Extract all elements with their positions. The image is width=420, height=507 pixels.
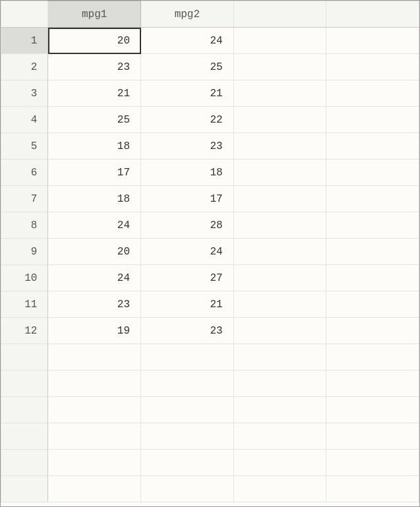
data-cell[interactable]: 20 (48, 28, 141, 54)
row-header[interactable]: 5 (1, 133, 48, 160)
column-header-mpg2[interactable]: mpg2 (141, 1, 234, 28)
data-cell[interactable]: 18 (48, 186, 141, 212)
data-cell[interactable]: 20 (48, 239, 141, 265)
row-header[interactable]: 7 (1, 186, 48, 212)
table-row: 42522 (1, 107, 419, 133)
empty-cell[interactable] (233, 160, 326, 186)
table-row-empty (1, 397, 419, 423)
empty-cell[interactable] (233, 265, 326, 291)
data-cell[interactable]: 28 (141, 212, 234, 239)
empty-cell[interactable] (326, 476, 419, 502)
empty-cell[interactable] (48, 371, 141, 397)
empty-cell[interactable] (141, 476, 234, 502)
empty-cell[interactable] (326, 423, 419, 450)
empty-cell[interactable] (326, 344, 419, 371)
data-cell[interactable]: 21 (141, 80, 234, 107)
data-cell[interactable]: 24 (141, 239, 234, 265)
row-header-empty[interactable] (1, 397, 48, 423)
data-cell[interactable]: 21 (141, 291, 234, 318)
data-cell[interactable]: 24 (141, 28, 234, 54)
table-row: 92024 (1, 239, 419, 265)
corner-cell[interactable] (1, 1, 48, 28)
empty-cell[interactable] (326, 160, 419, 186)
data-cell[interactable]: 18 (48, 133, 141, 160)
empty-cell[interactable] (233, 371, 326, 397)
data-cell[interactable]: 24 (48, 212, 141, 239)
empty-cell[interactable] (233, 318, 326, 344)
data-cell[interactable]: 18 (141, 160, 234, 186)
empty-cell[interactable] (233, 80, 326, 107)
data-cell[interactable]: 19 (48, 318, 141, 344)
empty-cell[interactable] (326, 133, 419, 160)
empty-cell[interactable] (326, 239, 419, 265)
empty-cell[interactable] (48, 450, 141, 476)
column-header-empty[interactable] (233, 1, 326, 28)
empty-cell[interactable] (326, 107, 419, 133)
row-header[interactable]: 2 (1, 54, 48, 80)
data-cell[interactable]: 24 (48, 265, 141, 291)
empty-cell[interactable] (233, 291, 326, 318)
row-header-empty[interactable] (1, 450, 48, 476)
empty-cell[interactable] (326, 450, 419, 476)
row-header[interactable]: 10 (1, 265, 48, 291)
empty-cell[interactable] (233, 107, 326, 133)
empty-cell[interactable] (233, 28, 326, 54)
data-cell[interactable]: 21 (48, 80, 141, 107)
row-header[interactable]: 6 (1, 160, 48, 186)
empty-cell[interactable] (141, 450, 234, 476)
empty-cell[interactable] (233, 476, 326, 502)
data-cell[interactable]: 23 (141, 133, 234, 160)
table-row-empty (1, 423, 419, 450)
empty-cell[interactable] (233, 133, 326, 160)
row-header[interactable]: 4 (1, 107, 48, 133)
empty-cell[interactable] (326, 371, 419, 397)
empty-cell[interactable] (233, 397, 326, 423)
row-header[interactable]: 9 (1, 239, 48, 265)
empty-cell[interactable] (326, 397, 419, 423)
empty-cell[interactable] (233, 186, 326, 212)
row-header[interactable]: 12 (1, 318, 48, 344)
data-cell[interactable]: 23 (48, 54, 141, 80)
empty-cell[interactable] (326, 54, 419, 80)
row-header-empty[interactable] (1, 371, 48, 397)
column-header-empty[interactable] (326, 1, 419, 28)
data-grid[interactable]: mpg1 mpg2 120242232532121425225182361718… (1, 1, 419, 506)
empty-cell[interactable] (233, 54, 326, 80)
data-cell[interactable]: 25 (48, 107, 141, 133)
empty-cell[interactable] (141, 371, 234, 397)
row-header[interactable]: 11 (1, 291, 48, 318)
empty-cell[interactable] (48, 344, 141, 371)
column-header-mpg1[interactable]: mpg1 (48, 1, 141, 28)
row-header-empty[interactable] (1, 476, 48, 502)
row-header[interactable]: 1 (1, 28, 48, 54)
empty-cell[interactable] (326, 265, 419, 291)
row-header[interactable]: 3 (1, 80, 48, 107)
empty-cell[interactable] (326, 212, 419, 239)
empty-cell[interactable] (326, 186, 419, 212)
empty-cell[interactable] (326, 80, 419, 107)
empty-cell[interactable] (233, 450, 326, 476)
empty-cell[interactable] (48, 423, 141, 450)
empty-cell[interactable] (233, 239, 326, 265)
data-cell[interactable]: 25 (141, 54, 234, 80)
row-header[interactable]: 8 (1, 212, 48, 239)
empty-cell[interactable] (233, 344, 326, 371)
data-cell[interactable]: 27 (141, 265, 234, 291)
data-cell[interactable]: 23 (141, 318, 234, 344)
data-cell[interactable]: 23 (48, 291, 141, 318)
empty-cell[interactable] (326, 318, 419, 344)
data-cell[interactable]: 22 (141, 107, 234, 133)
data-cell[interactable]: 17 (48, 160, 141, 186)
empty-cell[interactable] (233, 423, 326, 450)
row-header-empty[interactable] (1, 344, 48, 371)
empty-cell[interactable] (141, 397, 234, 423)
empty-cell[interactable] (326, 28, 419, 54)
empty-cell[interactable] (326, 291, 419, 318)
empty-cell[interactable] (48, 397, 141, 423)
empty-cell[interactable] (233, 212, 326, 239)
empty-cell[interactable] (141, 423, 234, 450)
row-header-empty[interactable] (1, 423, 48, 450)
empty-cell[interactable] (48, 476, 141, 502)
data-cell[interactable]: 17 (141, 186, 234, 212)
empty-cell[interactable] (141, 344, 234, 371)
